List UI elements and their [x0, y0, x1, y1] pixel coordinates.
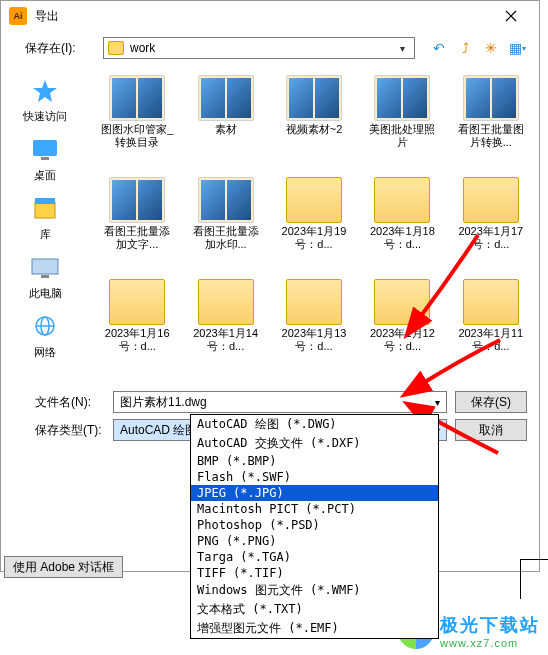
filename-combo[interactable]: 图片素材11.dwg ▾ [113, 391, 447, 413]
file-name: 2023年1月12号：d... [364, 327, 440, 352]
file-name: 2023年1月19号：d... [276, 225, 352, 250]
sidebar-item-label: 网络 [34, 345, 56, 360]
filetype-label: 保存类型(T): [13, 422, 105, 439]
file-item[interactable]: 2023年1月12号：d... [360, 279, 444, 375]
file-item[interactable]: 2023年1月19号：d... [272, 177, 356, 273]
file-name: 2023年1月14号：d... [188, 327, 264, 352]
svg-rect-7 [32, 259, 58, 274]
save-button[interactable]: 保存(S) [455, 391, 527, 413]
dropdown-option[interactable]: BMP (*.BMP) [191, 453, 438, 469]
filename-value: 图片素材11.dwg [120, 394, 207, 411]
file-item[interactable]: 看图王批量图片转换... [449, 75, 533, 171]
filetype-dropdown[interactable]: AutoCAD 绘图 (*.DWG)AutoCAD 交换文件 (*.DXF)BM… [190, 414, 439, 639]
file-name: 看图王批量图片转换... [453, 123, 529, 148]
new-folder-icon[interactable]: ✳ [481, 38, 501, 58]
file-item[interactable]: 2023年1月17号：d... [449, 177, 533, 273]
save-in-row: 保存在(I): work ▾ ↶ ⤴ ✳ ▦▾ [1, 31, 539, 67]
sidebar-this-pc[interactable]: 此电脑 [9, 252, 81, 301]
folder-icon [286, 279, 342, 325]
folder-thumb-icon [463, 75, 519, 121]
file-item[interactable]: 2023年1月11号：d... [449, 279, 533, 375]
sidebar-item-label: 桌面 [34, 168, 56, 183]
folder-icon [463, 279, 519, 325]
file-item[interactable]: 2023年1月18号：d... [360, 177, 444, 273]
file-item[interactable]: 2023年1月16号：d... [95, 279, 179, 375]
crop-mark [520, 559, 548, 599]
file-item[interactable]: 看图王批量添加文字... [95, 177, 179, 273]
folder-icon [463, 177, 519, 223]
app-icon: Ai [9, 7, 27, 25]
up-icon[interactable]: ⤴ [455, 38, 475, 58]
sidebar-desktop[interactable]: 桌面 [9, 134, 81, 183]
library-icon [27, 193, 63, 225]
dropdown-option[interactable]: AutoCAD 交换文件 (*.DXF) [191, 434, 438, 453]
svg-rect-5 [35, 202, 55, 218]
file-name: 看图王批量添加水印... [188, 225, 264, 250]
star-icon [27, 75, 63, 107]
folder-icon [374, 177, 430, 223]
dropdown-option[interactable]: Flash (*.SWF) [191, 469, 438, 485]
folder-thumb-icon [198, 177, 254, 223]
location-text: work [130, 41, 394, 55]
file-grid[interactable]: 图图水印管家_转换目录素材视频素材~2美图批处理照片看图王批量图片转换...看图… [89, 67, 539, 387]
network-icon [27, 311, 63, 343]
dropdown-option[interactable]: Targa (*.TGA) [191, 549, 438, 565]
folder-thumb-icon [109, 75, 165, 121]
svg-rect-8 [41, 275, 49, 278]
dropdown-option[interactable]: Photoshop (*.PSD) [191, 517, 438, 533]
file-item[interactable]: 看图王批量添加水印... [183, 177, 267, 273]
file-name: 素材 [188, 123, 264, 136]
use-adobe-dialog-button[interactable]: 使用 Adobe 对话框 [4, 556, 123, 578]
folder-thumb-icon [109, 177, 165, 223]
sidebar-item-label: 此电脑 [29, 286, 62, 301]
view-icon[interactable]: ▦▾ [507, 38, 527, 58]
file-item[interactable]: 美图批处理照片 [360, 75, 444, 171]
chevron-down-icon[interactable]: ▾ [435, 397, 440, 408]
sidebar-network[interactable]: 网络 [9, 311, 81, 360]
file-name: 图图水印管家_转换目录 [99, 123, 175, 148]
dropdown-option[interactable]: 增强型图元文件 (*.EMF) [191, 619, 438, 638]
location-combo[interactable]: work ▾ [103, 37, 415, 59]
file-name: 2023年1月16号：d... [99, 327, 175, 352]
folder-icon [198, 279, 254, 325]
file-name: 2023年1月13号：d... [276, 327, 352, 352]
pc-icon [27, 252, 63, 284]
svg-rect-3 [33, 140, 57, 156]
sidebar-quick-access[interactable]: 快速访问 [9, 75, 81, 124]
folder-icon [374, 279, 430, 325]
toolbar: ↶ ⤴ ✳ ▦▾ [429, 38, 527, 58]
svg-rect-4 [41, 157, 49, 160]
dropdown-option[interactable]: 文本格式 (*.TXT) [191, 600, 438, 619]
file-item[interactable]: 视频素材~2 [272, 75, 356, 171]
dropdown-option[interactable]: PNG (*.PNG) [191, 533, 438, 549]
folder-thumb-icon [198, 75, 254, 121]
folder-icon [108, 41, 124, 55]
save-in-label: 保存在(I): [25, 40, 97, 57]
file-item[interactable]: 素材 [183, 75, 267, 171]
folder-thumb-icon [374, 75, 430, 121]
dropdown-option[interactable]: Windows 图元文件 (*.WMF) [191, 581, 438, 600]
folder-icon [286, 177, 342, 223]
dropdown-option[interactable]: TIFF (*.TIF) [191, 565, 438, 581]
dialog-title: 导出 [35, 8, 59, 25]
titlebar: Ai 导出 [1, 1, 539, 31]
back-icon[interactable]: ↶ [429, 38, 449, 58]
file-item[interactable]: 2023年1月13号：d... [272, 279, 356, 375]
main-area: 快速访问 桌面 库 此电脑 网络 图图水印管家_转换目录素材视频素材~2美图批处… [1, 67, 539, 387]
file-item[interactable]: 图图水印管家_转换目录 [95, 75, 179, 171]
folder-thumb-icon [286, 75, 342, 121]
dropdown-option[interactable]: JPEG (*.JPG) [191, 485, 438, 501]
dropdown-option[interactable]: AutoCAD 绘图 (*.DWG) [191, 415, 438, 434]
file-name: 2023年1月11号：d... [453, 327, 529, 352]
sidebar-item-label: 库 [40, 227, 51, 242]
cancel-button[interactable]: 取消 [455, 419, 527, 441]
sidebar-item-label: 快速访问 [23, 109, 67, 124]
chevron-down-icon[interactable]: ▾ [394, 43, 410, 54]
file-name: 2023年1月17号：d... [453, 225, 529, 250]
file-item[interactable]: 2023年1月14号：d... [183, 279, 267, 375]
folder-icon [109, 279, 165, 325]
dropdown-option[interactable]: Macintosh PICT (*.PCT) [191, 501, 438, 517]
watermark-url: www.xz7.com [440, 637, 540, 649]
close-button[interactable] [491, 2, 531, 30]
sidebar-library[interactable]: 库 [9, 193, 81, 242]
